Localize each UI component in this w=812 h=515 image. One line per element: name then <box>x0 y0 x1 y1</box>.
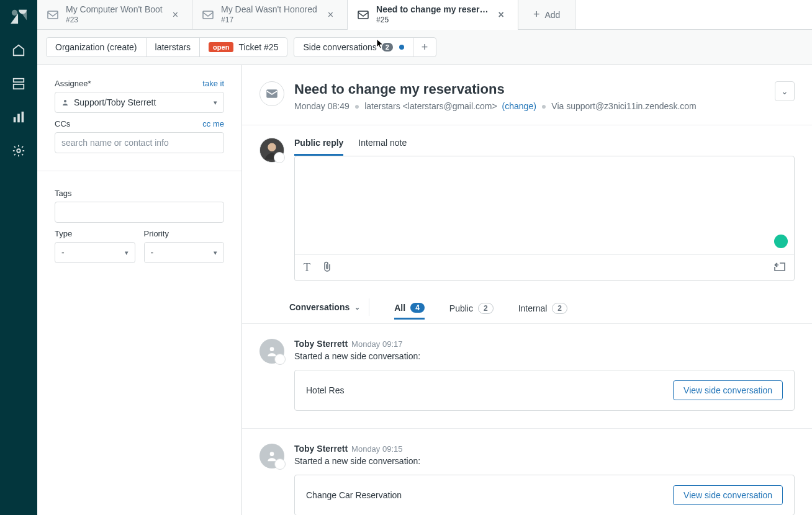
org-label: Organization (create) <box>55 42 137 52</box>
assignee-value: Support/Toby Sterrett <box>74 97 156 107</box>
admin-gear-icon[interactable] <box>11 143 27 159</box>
author-avatar <box>259 444 284 468</box>
conversation-filters: Conversations ⌄ All 4 Public 2 Internal … <box>242 298 812 324</box>
close-icon[interactable]: × <box>496 7 507 22</box>
reporting-icon[interactable] <box>11 109 27 125</box>
tab-title: Need to change my reser… <box>376 4 489 16</box>
filter-public[interactable]: Public 2 <box>449 303 494 319</box>
cc-me-link[interactable]: cc me <box>202 119 224 128</box>
internal-note-tab[interactable]: Internal note <box>358 138 407 156</box>
svg-rect-5 <box>22 112 24 122</box>
public-reply-tab[interactable]: Public reply <box>294 138 343 156</box>
add-side-conversation-button[interactable]: + <box>413 38 436 56</box>
composer-area: T <box>294 156 795 281</box>
tab-subtitle: #25 <box>376 16 489 25</box>
view-side-conversation-button[interactable]: View side conversation <box>673 485 783 505</box>
svg-rect-8 <box>203 11 213 19</box>
change-requester-link[interactable]: (change) <box>502 101 536 111</box>
svg-rect-11 <box>267 90 277 97</box>
email-icon <box>202 11 214 19</box>
svg-rect-3 <box>14 117 16 122</box>
channel-email-icon <box>259 81 284 106</box>
take-it-link[interactable]: take it <box>202 79 224 88</box>
ticket-tab[interactable]: open Ticket #25 <box>200 38 287 56</box>
type-select[interactable]: -▾ <box>55 242 135 263</box>
ticket-header: Need to change my reservations Monday 08… <box>242 65 812 125</box>
entry-time: Monday 09:15 <box>351 444 402 454</box>
add-tab-label: Add <box>544 10 560 20</box>
svg-point-0 <box>12 10 17 16</box>
priority-label: Priority <box>144 229 169 238</box>
view-side-conversation-button[interactable]: View side conversation <box>673 380 783 400</box>
reply-composer: Public reply Internal note T <box>242 125 812 298</box>
entry-author: Toby Sterrett <box>294 339 348 349</box>
tab-ticket-25[interactable]: Need to change my reser… #25 × <box>348 0 518 29</box>
filter-all-count: 4 <box>410 303 425 313</box>
expand-icon[interactable] <box>774 262 785 274</box>
nav-rail <box>0 0 37 515</box>
text-format-icon[interactable]: T <box>304 261 310 274</box>
chevron-down-icon: ⌄ <box>354 303 360 311</box>
svg-point-13 <box>268 143 276 151</box>
user-label: laterstars <box>155 42 191 52</box>
organization-tab[interactable]: Organization (create) <box>47 38 147 56</box>
person-icon <box>61 99 69 106</box>
close-icon[interactable]: × <box>325 7 336 22</box>
ticket-actions-menu[interactable]: ⌄ <box>775 81 795 101</box>
filter-internal-label: Internal <box>518 303 548 313</box>
chevron-down-icon: ▾ <box>214 99 217 107</box>
entry-time: Monday 09:17 <box>351 339 402 349</box>
side-conversations-group: Side conversations 2 + <box>294 37 436 57</box>
filter-public-label: Public <box>449 303 473 313</box>
grammarly-icon[interactable] <box>774 235 788 248</box>
ccs-field[interactable] <box>61 138 217 148</box>
attachment-icon[interactable] <box>323 261 332 274</box>
side-conversations-tab[interactable]: Side conversations 2 <box>294 38 413 56</box>
entry-description: Started a new side conversation: <box>294 351 795 361</box>
svg-point-15 <box>270 452 274 456</box>
side-conversation-card: Hotel Res View side conversation <box>294 370 795 411</box>
tab-ticket-17[interactable]: My Deal Wasn't Honored #17 × <box>192 0 348 29</box>
reply-textarea[interactable] <box>295 156 794 254</box>
composer-tabs: Public reply Internal note <box>294 138 795 156</box>
chevron-down-icon: ▾ <box>125 249 129 257</box>
priority-select[interactable]: -▾ <box>144 242 225 263</box>
views-icon[interactable] <box>11 76 27 92</box>
ticket-title: Need to change my reservations <box>294 81 697 97</box>
add-tab-button[interactable]: + Add <box>518 0 575 29</box>
filter-internal-count: 2 <box>552 303 567 314</box>
filter-all[interactable]: All 4 <box>394 303 425 320</box>
home-icon[interactable] <box>11 42 27 58</box>
dot-separator: ● <box>354 101 359 111</box>
plus-icon: + <box>422 41 428 54</box>
ccs-label: CCs <box>55 119 70 128</box>
svg-rect-1 <box>14 79 24 83</box>
ccs-input[interactable] <box>55 132 224 153</box>
ticket-time: Monday 08:49 <box>294 101 350 111</box>
user-tab[interactable]: laterstars <box>147 38 201 56</box>
tags-input[interactable] <box>55 202 224 223</box>
entry-author: Toby Sterrett <box>294 444 348 454</box>
unread-dot-icon <box>399 45 404 50</box>
entry-description: Started a new side conversation: <box>294 456 795 466</box>
close-icon[interactable]: × <box>170 7 181 22</box>
chevron-down-icon: ⌄ <box>781 86 788 96</box>
svg-rect-4 <box>17 114 20 123</box>
ticket-sidebar: Assignee* take it Support/Toby Sterrett … <box>37 65 242 515</box>
tab-ticket-23[interactable]: My Computer Won't Boot #23 × <box>37 0 192 29</box>
side-conversation-subject: Change Car Reservation <box>306 490 402 500</box>
conversation-entry: Toby SterrettMonday 09:17 Started a new … <box>242 324 812 429</box>
assignee-select[interactable]: Support/Toby Sterrett ▾ <box>55 92 224 113</box>
tab-subtitle: #17 <box>221 16 318 25</box>
ticket-meta: Monday 08:49 ● laterstars <laterstars@gm… <box>294 101 697 111</box>
plus-icon: + <box>533 8 540 21</box>
breadcrumb-group: Organization (create) laterstars open Ti… <box>46 37 287 57</box>
conversations-dropdown[interactable]: Conversations ⌄ <box>289 298 369 316</box>
zendesk-logo[interactable] <box>11 9 27 25</box>
assignee-label: Assignee* <box>55 79 91 88</box>
tags-label: Tags <box>55 189 71 198</box>
email-icon <box>47 11 58 19</box>
ticket-label: Ticket #25 <box>238 42 278 52</box>
svg-rect-9 <box>358 11 368 19</box>
filter-internal[interactable]: Internal 2 <box>518 303 567 319</box>
